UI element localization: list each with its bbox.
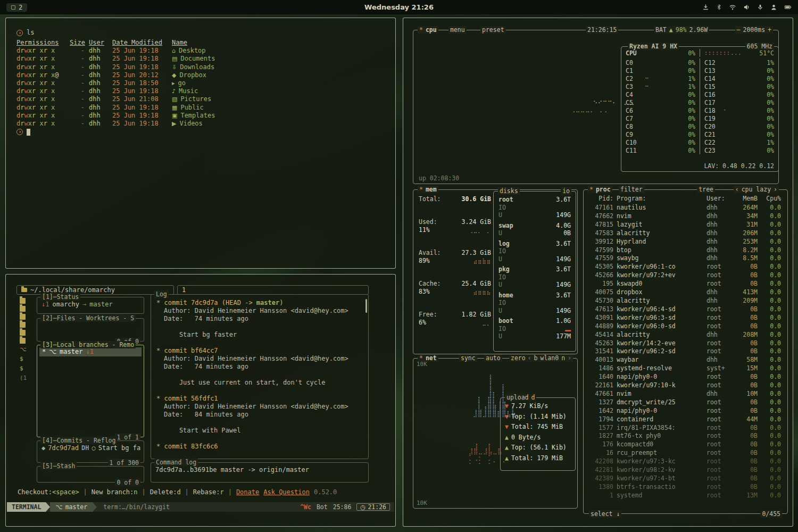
updates-icon[interactable] [702, 4, 709, 11]
process-row[interactable]: 22161kworker/u97:10-kroot0B0.0 [589, 381, 781, 390]
menu-button[interactable]: menu [448, 26, 467, 34]
commit-entry[interactable]: * commit 83fc6c6 [156, 443, 363, 451]
net-stat-row: ▼Total: 745 MiB [501, 422, 575, 433]
process-row[interactable]: 45730alacrittydhh209M0.0 [589, 297, 781, 305]
terminal-cursor[interactable] [27, 129, 30, 136]
process-row[interactable]: 44889kworker/u96:0-sdroot0B0.0 [589, 322, 781, 331]
donate-link[interactable]: Donate [236, 488, 259, 496]
directory-name[interactable]: ▶Videos [172, 120, 395, 128]
process-row[interactable]: 43091kworker/u96:3-sdroot0B0.0 [589, 314, 781, 322]
process-row[interactable]: 1642napi/phy0-0root0B0.0 [589, 407, 781, 415]
process-row[interactable]: 176kcompactd0root0B0.0 [589, 440, 781, 449]
directory-name[interactable]: ⌂Desktop [172, 47, 395, 55]
ask-question-link[interactable]: Ask Question [263, 488, 310, 496]
process-row[interactable]: 40013waybardhh58M0.0 [589, 356, 781, 364]
process-row[interactable]: 47583alacrittydhh206M0.0 [589, 229, 781, 238]
bluetooth-icon[interactable] [716, 4, 722, 11]
process-row[interactable]: 1486systemd-resolvesyst+15M0.0 [589, 364, 781, 373]
process-row[interactable]: 1380btrfs-transactioroot0B0.0 [589, 483, 781, 492]
process-row[interactable]: 47161nautilusdhh264M0.0 [589, 204, 781, 212]
selected-branch-row[interactable]: * ⌥ master ↓1 [39, 347, 142, 356]
commit-entry[interactable]: * commit 56fdfc1Author: David Heinemeier… [156, 395, 363, 443]
ls-column-header: Date Modified [112, 39, 168, 47]
interval-plus-button[interactable]: + [768, 26, 771, 34]
process-row[interactable]: 45305kworker/u96:1-coroot0B0.0 [589, 263, 781, 271]
process-row[interactable]: 1640napi/phy0-0root0B0.0 [589, 373, 781, 381]
commits-count: 1 of 300 [108, 459, 140, 467]
status-panel[interactable]: [1]─Status ↓1 omarchy → master [37, 297, 144, 314]
directory-name[interactable]: ▤Documents [172, 55, 395, 63]
directory-name[interactable]: ▧Pictures [172, 95, 395, 103]
process-row[interactable]: 31541kworker/u96:2-sdroot0B0.0 [589, 347, 781, 356]
mic-icon[interactable] [757, 4, 763, 11]
process-row[interactable]: 16rcu_preemptroot0B0.0 [589, 449, 781, 458]
battery-icon[interactable] [784, 4, 792, 11]
top-bar: 2 Wednesday 21:26 [0, 0, 798, 14]
folder-icon [20, 338, 26, 344]
stash-panel[interactable]: [5]─Stash 0 of 0 [37, 466, 144, 483]
update-interval-control[interactable]: ─2000ms+ [735, 26, 773, 34]
go-folder-icon: ▸ [172, 79, 175, 87]
process-row[interactable]: 45414alacrittydhh208M0.0 [589, 331, 781, 339]
process-row[interactable]: 1327dmcrypt_write/25root0B0.0 [589, 398, 781, 407]
btop-memory-panel[interactable]: *mem Total:30.6 GiB Used:3.24 GiB11%⢀⣀⡀⠀… [413, 189, 578, 354]
interval-minus-button[interactable]: ─ [737, 26, 741, 34]
core-list: C00%C121%C10%C130%C2⠒1%C140%C3⠒1%C150%C4… [621, 59, 778, 154]
process-row[interactable]: 47661nvimdhh10M0.0 [589, 390, 781, 398]
directory-name[interactable]: ◆Dropbox [172, 71, 395, 79]
process-row[interactable]: 42208kworker/u97:3-kcroot0B0.0 [589, 458, 781, 466]
process-row[interactable]: 42281kworker/u98:2-kvroot0B0.0 [589, 466, 781, 475]
process-row[interactable]: 47599btopdhh8.2M0.0 [589, 246, 781, 255]
tab-box[interactable]: 1 [177, 285, 369, 295]
sync-toggle[interactable]: sync [459, 354, 477, 362]
workspace-indicator[interactable]: 2 [6, 3, 27, 12]
auto-toggle[interactable]: auto [484, 354, 502, 362]
process-row[interactable]: 47662nvimdhh34M0.0 [589, 212, 781, 221]
process-row[interactable]: 1794containerdroot44M0.0 [589, 415, 781, 424]
process-row[interactable]: 47613kworker/u96:4-sdroot0B0.0 [589, 305, 781, 314]
disk-entry: log3.6TIOU149G [494, 240, 576, 263]
author-initials: DH [81, 444, 89, 452]
wifi-icon[interactable] [729, 4, 736, 11]
interface-selector[interactable]: ‹bwlan0n› [526, 354, 573, 362]
btop-cpu-panel[interactable]: *cpu menu preset 21:26:15 BAT▲98%2.96W ─… [413, 30, 779, 184]
process-row[interactable]: 47815lazygitdhh31M0.0 [589, 221, 781, 229]
log-panel[interactable]: Log * commit 7dc9d7a (HEAD -> master)Aut… [151, 294, 369, 459]
ls-row: drwxr xr x-dhh25 Jun 19:18▤Documents [16, 55, 395, 63]
btop-process-panel[interactable]: *proc filter tree ‹cpu lazy› Pid: Progra… [583, 189, 788, 514]
directory-name[interactable]: ⇩Downloads [172, 63, 395, 71]
help-item[interactable]: Rebase: r [193, 488, 224, 496]
files-panel[interactable]: [2]─Files - Worktrees - S 0 of 0 [37, 318, 144, 342]
process-row[interactable]: 45263kworker/14:2-everoot0B0.0 [589, 339, 781, 348]
commits-panel[interactable]: [4]─Commits - Reflog ◆ 7dc9d7ad DH ○ Sta… [37, 440, 144, 463]
process-row[interactable]: 42389kworker/u97:4-btroot0B0.0 [589, 475, 781, 483]
preset-button[interactable]: preset [480, 26, 506, 34]
directory-name[interactable]: ▦Public [172, 104, 395, 112]
commit-log: * commit 7dc9d7a (HEAD -> master)Author:… [151, 295, 368, 455]
tree-toggle[interactable]: tree [697, 186, 715, 193]
btop-network-panel[interactable]: *net sync auto zero ‹bwlan0n› 10K 10K ⠀⠀… [413, 358, 578, 509]
commit-entry[interactable]: * commit bf64cc7Author: David Heinemeier… [156, 347, 363, 395]
process-row[interactable]: 39912Hyprlanddhh253M0.0 [589, 238, 781, 246]
process-row[interactable]: 195kswapd0root0B0.0 [589, 280, 781, 288]
directory-name[interactable]: ▸go [172, 79, 395, 87]
process-row[interactable]: 1systemdroot13M0.0 [589, 492, 781, 500]
help-item[interactable]: Delete: d [150, 488, 181, 496]
zero-toggle[interactable]: zero [509, 354, 527, 362]
scrollbar[interactable] [365, 299, 367, 313]
volume-icon[interactable] [743, 4, 750, 11]
branches-panel[interactable]: [3]─Local branches - Remo * ⌥ master ↓1 … [37, 345, 144, 437]
process-row[interactable]: 47559swaybgdhh8.5M0.0 [589, 254, 781, 263]
process-row[interactable]: 45266kworker/u97:2+evroot0B0.0 [589, 271, 781, 280]
user-icon[interactable] [770, 4, 777, 11]
filter-button[interactable]: filter [619, 186, 644, 193]
commit-entry[interactable]: * commit 7dc9d7a (HEAD -> master)Author:… [156, 299, 363, 347]
help-item[interactable]: New branch: n [92, 488, 138, 496]
directory-name[interactable]: ▣Templates [172, 112, 395, 120]
help-item[interactable]: Checkout: <space> [18, 488, 79, 496]
process-row[interactable]: 1577irq/81-PIXA3854:root0B0.0 [589, 424, 781, 433]
directory-name[interactable]: ♪Music [172, 87, 395, 95]
process-row[interactable]: 40075dropboxdhh413M0.0 [589, 288, 781, 297]
sort-selector[interactable]: ‹cpu lazy› [734, 186, 779, 193]
process-row[interactable]: 1827mt76-tx phy0root0B0.0 [589, 432, 781, 440]
